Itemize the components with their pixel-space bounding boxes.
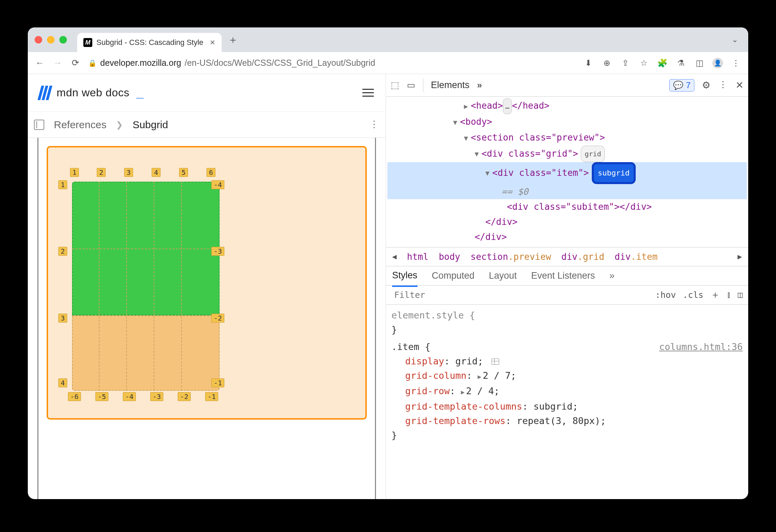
- tab-event-listeners[interactable]: Event Listeners: [531, 270, 595, 281]
- dom-tree[interactable]: ▶<head>…</head> ▼<body> ▼<section class=…: [386, 97, 748, 247]
- zoom-icon[interactable]: ⊕: [601, 58, 612, 68]
- styles-subtabs: Styles Computed Layout Event Listeners »: [386, 266, 748, 286]
- tab-layout[interactable]: Layout: [489, 270, 517, 281]
- tabs-menu-icon[interactable]: ⌄: [732, 35, 738, 44]
- close-devtools-icon[interactable]: ✕: [736, 80, 743, 91]
- grid-label: 4: [58, 378, 67, 387]
- grid-label: -3: [150, 392, 163, 401]
- toolbar: ← → ⟳ 🔒 developer.mozilla.org/en-US/docs…: [28, 52, 748, 74]
- share-icon[interactable]: ⇪: [620, 58, 631, 68]
- grid-label: -2: [211, 314, 224, 323]
- grid-label: -3: [211, 247, 224, 256]
- computed-sidebar-icon[interactable]: ⫿: [727, 290, 731, 300]
- tab-bar: M Subgrid - CSS: Cascading Style ✕ ＋ ⌄: [28, 27, 748, 52]
- settings-icon[interactable]: ⚙: [702, 80, 710, 91]
- browser-window: M Subgrid - CSS: Cascading Style ✕ ＋ ⌄ ←…: [28, 27, 748, 499]
- profile-avatar[interactable]: 👤: [713, 58, 723, 68]
- devtools-toolbar: ⬚ ▭ Elements » 💬 7 ⚙ ⋯ ✕: [386, 74, 748, 97]
- grid-label: 2: [97, 168, 106, 177]
- rendering-panel-icon[interactable]: ◫: [738, 290, 743, 300]
- hov-toggle[interactable]: :hov: [655, 290, 676, 300]
- url-path: /en-US/docs/Web/CSS/CSS_Grid_Layout/Subg…: [185, 58, 375, 68]
- path-left-icon[interactable]: ◀: [392, 252, 397, 261]
- breadcrumb-root[interactable]: References: [54, 119, 106, 131]
- labs-icon[interactable]: ⚗: [675, 58, 686, 68]
- demo-frame: 1 2 3 4 5 6 1 2 3 4 -4 -3 -2 -1: [47, 146, 367, 420]
- subgrid-badge[interactable]: subgrid: [592, 162, 636, 184]
- tab-title: Subgrid - CSS: Cascading Style: [96, 38, 203, 47]
- devtools-pane: ⬚ ▭ Elements » 💬 7 ⚙ ⋯ ✕ ▶<head>…</head>…: [386, 74, 748, 499]
- minimize-window-button[interactable]: [47, 36, 55, 44]
- grid-label: 1: [70, 168, 79, 177]
- styles-body[interactable]: element.style { } .item {columns.html:36…: [386, 305, 748, 446]
- grid-label: 3: [124, 168, 133, 177]
- window-controls: [35, 36, 67, 44]
- grid-label: -4: [123, 392, 136, 401]
- more-tabs-icon[interactable]: »: [477, 80, 482, 90]
- reload-icon[interactable]: ⟳: [70, 58, 81, 68]
- sidebar-toggle-icon[interactable]: [34, 120, 44, 130]
- path-div-grid[interactable]: div.grid: [561, 252, 604, 262]
- url-host: developer.mozilla.org: [100, 58, 181, 68]
- new-tab-button[interactable]: ＋: [228, 33, 238, 47]
- issues-badge[interactable]: 💬 7: [669, 79, 694, 92]
- grid-label: 4: [152, 168, 161, 177]
- forward-icon[interactable]: →: [52, 58, 63, 68]
- path-body[interactable]: body: [439, 252, 460, 262]
- device-toggle-icon[interactable]: ▭: [407, 80, 415, 90]
- grid-label: -4: [211, 180, 224, 189]
- grid-label: -6: [68, 392, 81, 401]
- page-pane: mdn web docs _ References ❯ Subgrid ⋯: [28, 74, 386, 499]
- mdn-cursor-icon: _: [136, 85, 143, 100]
- more-subtabs-icon[interactable]: »: [609, 270, 614, 281]
- sidepanel-icon[interactable]: ◫: [694, 58, 705, 68]
- grid-label: -5: [95, 392, 108, 401]
- breadcrumb: References ❯ Subgrid ⋯: [28, 112, 386, 138]
- grid-label: 1: [58, 180, 67, 189]
- elements-tab[interactable]: Elements: [431, 80, 470, 90]
- maximize-window-button[interactable]: [59, 36, 67, 44]
- grid-overlay: 1 2 3 4 5 6 1 2 3 4 -4 -3 -2 -1: [72, 182, 220, 391]
- dom-selected-row[interactable]: ▼<div class="item">subgrid: [387, 162, 747, 184]
- path-section[interactable]: section.preview: [471, 252, 551, 262]
- content-row: mdn web docs _ References ❯ Subgrid ⋯: [28, 74, 748, 499]
- favicon-icon: M: [83, 38, 92, 47]
- mdn-logo-icon: [39, 86, 50, 100]
- styles-filter-input[interactable]: [391, 288, 549, 302]
- grid-label: -2: [178, 392, 191, 401]
- devtools-menu-icon[interactable]: ⋯: [718, 80, 728, 90]
- breadcrumb-current: Subgrid: [132, 119, 168, 131]
- grid-label: -1: [211, 378, 224, 387]
- install-icon[interactable]: ⬇: [583, 58, 594, 68]
- close-tab-icon[interactable]: ✕: [210, 38, 215, 47]
- extensions-icon[interactable]: 🧩: [657, 58, 668, 68]
- path-html[interactable]: html: [407, 252, 428, 262]
- back-icon[interactable]: ←: [35, 58, 45, 68]
- dom-breadcrumb[interactable]: ◀ html body section.preview div.grid div…: [386, 247, 748, 266]
- new-style-rule-icon[interactable]: ＋: [710, 288, 720, 301]
- mdn-wordmark: mdn web docs: [57, 86, 129, 99]
- grid-label: 6: [207, 168, 215, 177]
- cls-toggle[interactable]: .cls: [683, 290, 703, 300]
- grid-label: -1: [205, 392, 218, 401]
- bookmark-icon[interactable]: ☆: [638, 58, 649, 68]
- browser-menu-icon[interactable]: ⋮: [730, 58, 741, 68]
- source-link[interactable]: columns.html:36: [659, 340, 743, 354]
- grid-label: 3: [58, 314, 67, 323]
- grid-icon[interactable]: [492, 359, 499, 365]
- tab-computed[interactable]: Computed: [432, 270, 475, 281]
- lock-icon: 🔒: [88, 59, 97, 67]
- article-menu-icon[interactable]: ⋯: [369, 120, 380, 130]
- path-div-item[interactable]: div.item: [615, 252, 658, 262]
- close-window-button[interactable]: [35, 36, 42, 44]
- address-bar[interactable]: 🔒 developer.mozilla.org/en-US/docs/Web/C…: [88, 58, 375, 68]
- chevron-right-icon: ❯: [116, 120, 123, 130]
- tab-styles[interactable]: Styles: [392, 270, 418, 287]
- menu-icon[interactable]: [362, 89, 374, 97]
- mdn-header: mdn web docs _: [28, 74, 386, 112]
- inspect-icon[interactable]: ⬚: [391, 80, 399, 90]
- browser-tab[interactable]: M Subgrid - CSS: Cascading Style ✕: [77, 33, 222, 52]
- styles-filter-bar: :hov .cls ＋ ⫿ ◫: [386, 286, 748, 305]
- path-right-icon[interactable]: ▶: [738, 252, 742, 261]
- page-body: 1 2 3 4 5 6 1 2 3 4 -4 -3 -2 -1: [28, 138, 386, 499]
